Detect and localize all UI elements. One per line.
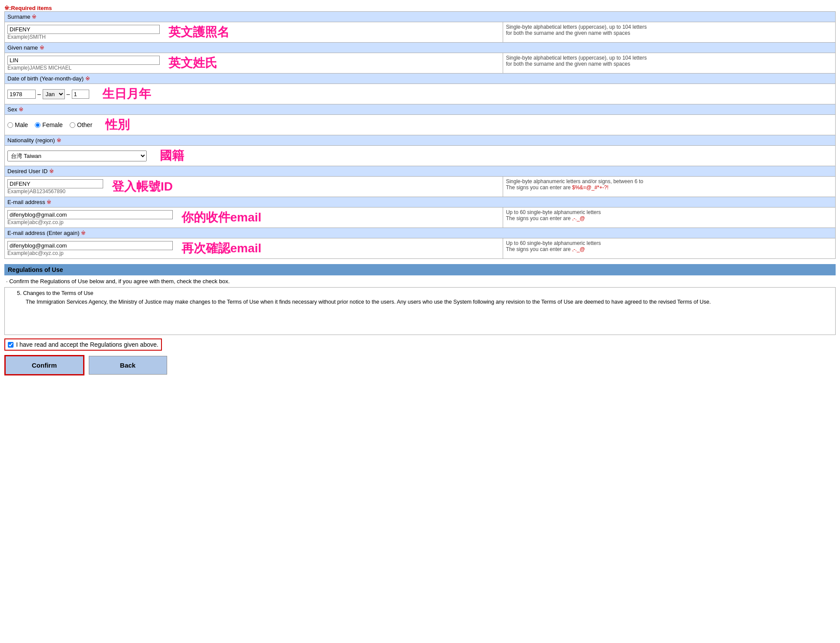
surname-label-row: Surname ※	[5, 12, 836, 22]
email-confirm-hint1: Up to 60 single-byte alphanumeric letter…	[506, 240, 833, 246]
userid-input[interactable]	[7, 179, 103, 188]
sex-male-radio[interactable]	[7, 122, 13, 128]
email-overlay: 你的收件email	[181, 209, 262, 226]
dob-overlay: 生日月年	[102, 86, 151, 102]
dob-day-input[interactable]	[72, 90, 89, 99]
givenname-hint1: Single-byte alphabetical letters (upperc…	[506, 55, 833, 61]
sex-male-label[interactable]: Male	[7, 121, 28, 128]
nationality-select[interactable]: 台湾 Taiwan	[7, 151, 147, 161]
givenname-example: Example)JAMES MICHAEL	[7, 65, 160, 71]
dob-label-row: Date of birth (Year-month-day) ※	[5, 74, 836, 84]
surname-overlay: 英文護照名	[168, 24, 229, 40]
sex-label-row: Sex ※	[5, 104, 836, 115]
agree-checkbox-wrapper: I have read and accept the Regulations g…	[4, 338, 162, 351]
email-hint2: The signs you can enter are ,-._@	[506, 215, 833, 221]
sex-overlay: 性別	[105, 117, 130, 133]
email-input[interactable]	[7, 210, 173, 219]
dob-label: Date of birth (Year-month-day)	[7, 75, 84, 82]
email-confirm-label: E-mail address (Enter again)	[7, 230, 79, 236]
email-value-row: Example)abc@xyz.co.jp 你的收件email Up to 60…	[5, 208, 836, 228]
surname-input[interactable]	[7, 25, 160, 34]
email-confirm-example: Example)abc@xyz.co.jp	[7, 250, 173, 256]
dob-month-select[interactable]: JanFebMarApr MayJunJulAug SepOctNovDec	[43, 89, 65, 99]
nationality-label: Nationality (region)	[7, 137, 55, 144]
email-confirm-value-row: Example)abc@xyz.co.jp 再次確認email Up to 60…	[5, 238, 836, 259]
nationality-overlay: 國籍	[160, 147, 184, 164]
agree-label: I have read and accept the Regulations g…	[16, 341, 158, 348]
email-confirm-hint2: The signs you can enter are ,-._@	[506, 246, 833, 252]
givenname-hint2: for both the surname and the given name …	[506, 61, 833, 67]
givenname-label-row: Given name ※	[5, 43, 836, 53]
dob-year-input[interactable]	[7, 90, 36, 99]
sex-label: Sex	[7, 106, 17, 113]
givenname-overlay: 英文姓氏	[168, 55, 217, 71]
userid-overlay: 登入帳號ID	[112, 178, 173, 195]
sex-other-label[interactable]: Other	[70, 121, 92, 128]
nationality-value-row: 台湾 Taiwan 國籍	[5, 146, 836, 166]
sex-female-radio[interactable]	[35, 122, 40, 128]
required-header: ※:Required items	[4, 4, 836, 11]
back-button[interactable]: Back	[89, 356, 167, 375]
confirm-button[interactable]: Confirm	[4, 355, 84, 375]
regulations-box[interactable]: 5. Changes to the Terms of Use The Immig…	[4, 287, 836, 335]
surname-hint1: Single-byte alphabetical letters (upperc…	[506, 24, 833, 30]
userid-value-row: Example)AB1234567890 登入帳號ID Single-byte …	[5, 177, 836, 197]
surname-example: Example)SMITH	[7, 34, 160, 40]
email-confirm-label-row: E-mail address (Enter again) ※	[5, 228, 836, 238]
email-example: Example)abc@xyz.co.jp	[7, 219, 173, 225]
surname-label: Surname	[7, 13, 30, 20]
sex-female-label[interactable]: Female	[35, 121, 63, 128]
givenname-value-row: Example)JAMES MICHAEL 英文姓氏 Single-byte a…	[5, 53, 836, 74]
surname-value-row: Example)SMITH 英文護照名 Single-byte alphabet…	[5, 22, 836, 43]
userid-label: Desired User ID	[7, 168, 47, 174]
givenname-label: Given name	[7, 44, 38, 51]
regulations-title: Regulations of Use	[4, 264, 836, 275]
agree-checkbox[interactable]	[8, 342, 13, 348]
givenname-input[interactable]	[7, 56, 160, 65]
regulations-section: Regulations of Use · Confirm the Regulat…	[4, 264, 836, 375]
registration-form: Surname ※ Example)SMITH 英文護照名 Single-byt…	[4, 11, 836, 259]
sex-value-row: Male Female Other 性別	[5, 115, 836, 135]
dob-value-row: – JanFebMarApr MayJunJulAug SepOctNovDec…	[5, 84, 836, 104]
userid-hint2: The signs you can enter are $%&=@_#*+-?!	[506, 184, 833, 191]
surname-hint2: for both the surname and the given name …	[506, 30, 833, 36]
userid-label-row: Desired User ID ※	[5, 166, 836, 177]
nationality-label-row: Nationality (region) ※	[5, 135, 836, 146]
regulations-note: · Confirm the Regulations of Use below a…	[4, 278, 836, 285]
userid-example: Example)AB1234567890	[7, 188, 103, 194]
email-label: E-mail address	[7, 199, 45, 205]
email-confirm-input[interactable]	[7, 241, 173, 250]
email-confirm-overlay: 再次確認email	[181, 240, 262, 257]
email-label-row: E-mail address ※	[5, 197, 836, 208]
sex-other-radio[interactable]	[70, 122, 75, 128]
email-hint1: Up to 60 single-byte alphanumeric letter…	[506, 209, 833, 215]
button-row: Confirm Back	[4, 355, 836, 375]
terms-header: 5. Changes to the Terms of Use	[8, 290, 832, 296]
terms-text: The Immigration Services Agency, the Min…	[8, 299, 832, 305]
userid-hint1: Single-byte alphanumeric letters and/or …	[506, 178, 833, 184]
